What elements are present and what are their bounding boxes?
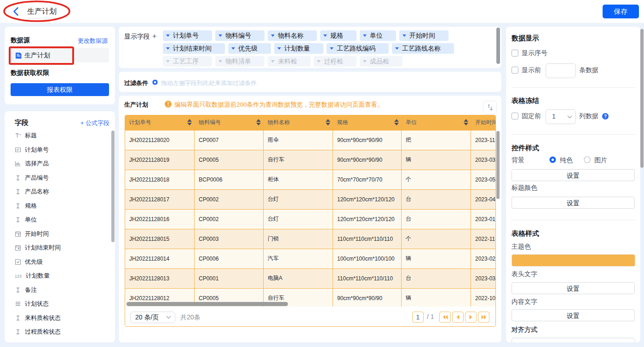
svg-text:?: ?	[604, 114, 607, 119]
svg-text:123: 123	[15, 274, 22, 279]
